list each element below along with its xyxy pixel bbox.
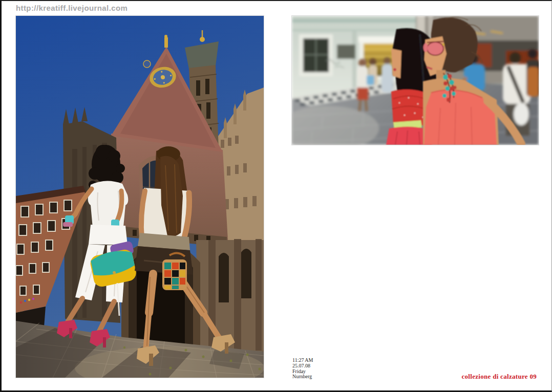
photo-right-street <box>292 16 539 145</box>
collection-title: collezione di calzature 09 <box>461 373 537 381</box>
album-page: http://kreatiff.livejournal.com <box>0 0 552 392</box>
photo-left-cathedral <box>16 16 264 378</box>
caption-date: 25.07.08 <box>292 363 313 369</box>
caption-city: Nurnberg <box>292 374 313 380</box>
photo-right-image <box>292 16 539 145</box>
photo-caption-block: 11:27 AM 25.07.08 Friday Nurnberg <box>292 358 313 380</box>
photo-left-image <box>16 16 264 378</box>
url-header-link[interactable]: http://kreatiff.livejournal.com <box>16 4 128 12</box>
